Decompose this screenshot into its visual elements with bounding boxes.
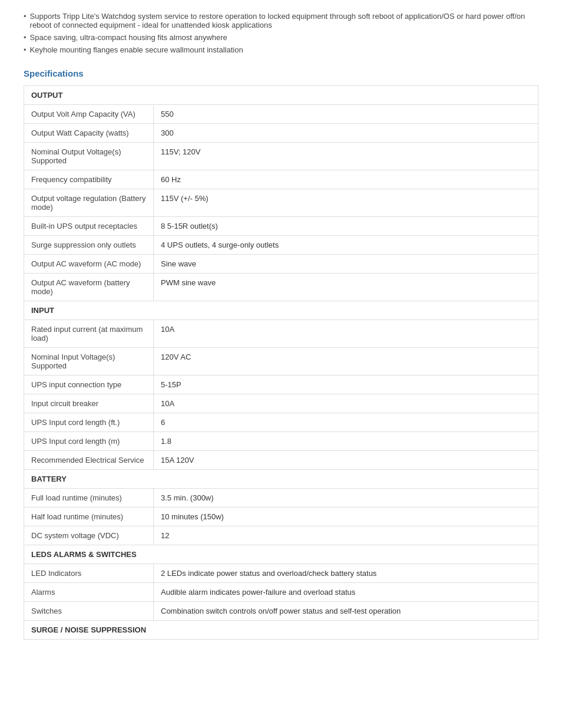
table-row-1-3: Input circuit breaker10A: [24, 394, 538, 413]
value-cell-3-0: 2 LEDs indicate power status and overloa…: [154, 564, 538, 583]
label-cell-3-1: Alarms: [24, 583, 154, 602]
value-cell-0-6: 4 UPS outlets, 4 surge-only outlets: [154, 236, 538, 255]
value-cell-1-0: 10A: [154, 320, 538, 348]
table-row-3-2: SwitchesCombination switch controls on/o…: [24, 602, 538, 621]
table-row-3-0: LED Indicators2 LEDs indicate power stat…: [24, 564, 538, 583]
section-header-0: OUTPUT: [24, 86, 538, 105]
label-cell-0-3: Frequency compatibility: [24, 170, 154, 189]
value-cell-2-1: 10 minutes (150w): [154, 508, 538, 526]
label-cell-1-6: Recommended Electrical Service: [24, 451, 154, 470]
value-cell-1-6: 15A 120V: [154, 451, 538, 470]
section-header-2: BATTERY: [24, 470, 538, 489]
table-row-2-2: DC system voltage (VDC)12: [24, 526, 538, 545]
label-cell-0-8: Output AC waveform (battery mode): [24, 274, 154, 301]
section-header-3: LEDS ALARMS & SWITCHES: [24, 545, 538, 564]
table-row-1-6: Recommended Electrical Service15A 120V: [24, 451, 538, 470]
label-cell-1-0: Rated input current (at maximum load): [24, 320, 154, 348]
label-cell-3-2: Switches: [24, 602, 154, 621]
table-row-0-3: Frequency compatibility60 Hz: [24, 170, 538, 189]
value-cell-1-2: 5-15P: [154, 375, 538, 394]
section-header-label-1: INPUT: [24, 301, 538, 320]
value-cell-1-5: 1.8: [154, 432, 538, 451]
value-cell-0-1: 300: [154, 124, 538, 143]
label-cell-1-4: UPS Input cord length (ft.): [24, 413, 154, 432]
label-cell-3-0: LED Indicators: [24, 564, 154, 583]
table-row-1-5: UPS Input cord length (m)1.8: [24, 432, 538, 451]
label-cell-2-0: Full load runtime (minutes): [24, 489, 154, 508]
table-row-0-0: Output Volt Amp Capacity (VA)550: [24, 105, 538, 124]
bullet-item-3: Keyhole mounting flanges enable secure w…: [24, 45, 538, 54]
value-cell-0-4: 115V (+/- 5%): [154, 189, 538, 217]
value-cell-1-3: 10A: [154, 394, 538, 413]
label-cell-0-6: Surge suppression only outlets: [24, 236, 154, 255]
section-header-1: INPUT: [24, 301, 538, 320]
value-cell-0-3: 60 Hz: [154, 170, 538, 189]
table-row-3-1: AlarmsAudible alarm indicates power-fail…: [24, 583, 538, 602]
table-row-1-0: Rated input current (at maximum load)10A: [24, 320, 538, 348]
label-cell-2-2: DC system voltage (VDC): [24, 526, 154, 545]
label-cell-2-1: Half load runtime (minutes): [24, 508, 154, 526]
value-cell-1-4: 6: [154, 413, 538, 432]
section-header-label-4: SURGE / NOISE SUPPRESSION: [24, 621, 538, 640]
bullet-item-2: Space saving, ultra-compact housing fits…: [24, 33, 538, 42]
label-cell-1-5: UPS Input cord length (m): [24, 432, 154, 451]
value-cell-1-1: 120V AC: [154, 348, 538, 375]
label-cell-0-7: Output AC waveform (AC mode): [24, 255, 154, 274]
specs-table: OUTPUTOutput Volt Amp Capacity (VA)550Ou…: [24, 85, 538, 640]
section-header-4: SURGE / NOISE SUPPRESSION: [24, 621, 538, 640]
section-header-label-0: OUTPUT: [24, 86, 538, 105]
label-cell-0-1: Output Watt Capacity (watts): [24, 124, 154, 143]
section-header-label-3: LEDS ALARMS & SWITCHES: [24, 545, 538, 564]
label-cell-0-5: Built-in UPS output receptacles: [24, 217, 154, 236]
section-title: Specifications: [24, 68, 538, 78]
label-cell-0-4: Output voltage regulation (Battery mode): [24, 189, 154, 217]
label-cell-1-2: UPS input connection type: [24, 375, 154, 394]
table-row-1-4: UPS Input cord length (ft.)6: [24, 413, 538, 432]
bullet-item-1: Supports Tripp Lite's Watchdog system se…: [24, 12, 538, 29]
table-row-2-1: Half load runtime (minutes)10 minutes (1…: [24, 508, 538, 526]
table-row-0-2: Nominal Output Voltage(s) Supported115V;…: [24, 143, 538, 170]
table-row-2-0: Full load runtime (minutes)3.5 min. (300…: [24, 489, 538, 508]
label-cell-1-3: Input circuit breaker: [24, 394, 154, 413]
value-cell-2-2: 12: [154, 526, 538, 545]
table-row-1-2: UPS input connection type5-15P: [24, 375, 538, 394]
value-cell-2-0: 3.5 min. (300w): [154, 489, 538, 508]
value-cell-0-8: PWM sine wave: [154, 274, 538, 301]
label-cell-0-0: Output Volt Amp Capacity (VA): [24, 105, 154, 124]
value-cell-0-5: 8 5-15R outlet(s): [154, 217, 538, 236]
label-cell-1-1: Nominal Input Voltage(s) Supported: [24, 348, 154, 375]
table-row-0-6: Surge suppression only outlets4 UPS outl…: [24, 236, 538, 255]
value-cell-0-2: 115V; 120V: [154, 143, 538, 170]
value-cell-0-7: Sine wave: [154, 255, 538, 274]
table-row-0-4: Output voltage regulation (Battery mode)…: [24, 189, 538, 217]
table-row-0-1: Output Watt Capacity (watts)300: [24, 124, 538, 143]
table-row-1-1: Nominal Input Voltage(s) Supported120V A…: [24, 348, 538, 375]
table-row-0-8: Output AC waveform (battery mode)PWM sin…: [24, 274, 538, 301]
value-cell-0-0: 550: [154, 105, 538, 124]
feature-bullets: Supports Tripp Lite's Watchdog system se…: [24, 12, 538, 54]
label-cell-0-2: Nominal Output Voltage(s) Supported: [24, 143, 154, 170]
value-cell-3-2: Combination switch controls on/off power…: [154, 602, 538, 621]
table-row-0-7: Output AC waveform (AC mode)Sine wave: [24, 255, 538, 274]
value-cell-3-1: Audible alarm indicates power-failure an…: [154, 583, 538, 602]
section-header-label-2: BATTERY: [24, 470, 538, 489]
table-row-0-5: Built-in UPS output receptacles8 5-15R o…: [24, 217, 538, 236]
